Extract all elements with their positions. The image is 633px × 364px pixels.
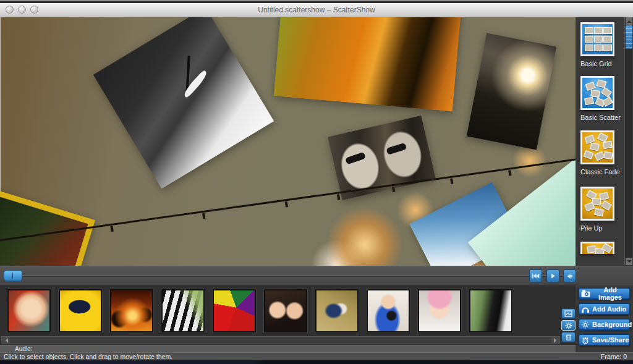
template-thumbnail bbox=[580, 187, 614, 221]
background-image-button[interactable] bbox=[561, 308, 576, 319]
scattershow-window: Untitled.scattershow – ScatterShow bbox=[0, 0, 633, 364]
light-bulb bbox=[508, 170, 511, 176]
add-images-label: Add Images bbox=[593, 286, 627, 301]
preview-canvas[interactable] bbox=[0, 17, 576, 266]
thumbnail-wedding-kiss[interactable] bbox=[469, 289, 512, 332]
template-label: Classic Fade bbox=[580, 168, 620, 176]
template-thumbnail bbox=[580, 22, 614, 56]
trash-icon bbox=[566, 334, 572, 341]
template-label: Basic Grid bbox=[580, 60, 614, 67]
image-tray bbox=[0, 286, 576, 345]
canvas-photo-bird[interactable] bbox=[93, 17, 274, 188]
scroll-down-arrow[interactable] bbox=[626, 258, 632, 265]
template-basic-scatter[interactable]: Basic Scatter bbox=[580, 76, 621, 121]
template-thumbnail bbox=[580, 242, 614, 254]
delete-button[interactable] bbox=[561, 332, 576, 342]
thumbnail-woman-camera[interactable] bbox=[367, 289, 410, 332]
mute-button[interactable] bbox=[563, 269, 576, 282]
camera-icon bbox=[581, 290, 590, 297]
template-basic-grid[interactable]: Basic Grid bbox=[580, 22, 614, 67]
light-bulb bbox=[202, 213, 205, 219]
light-bulb bbox=[337, 194, 340, 200]
thumbnail-child[interactable] bbox=[7, 289, 51, 332]
add-images-button[interactable]: Add Images bbox=[578, 287, 631, 300]
light-bulb bbox=[285, 201, 288, 207]
add-audio-button[interactable]: Add Audio bbox=[578, 303, 631, 315]
desktop-strip bbox=[0, 360, 633, 364]
image-icon bbox=[564, 310, 572, 317]
titlebar: Untitled.scattershow – ScatterShow bbox=[0, 3, 633, 17]
background-label: Save/Share bbox=[592, 336, 629, 344]
thumbnail-strip bbox=[7, 289, 512, 332]
timeline-track[interactable] bbox=[4, 276, 573, 276]
play-icon bbox=[550, 273, 556, 279]
template-panel: Basic Grid Basic Scatter bbox=[576, 17, 633, 266]
right-panel-gap bbox=[576, 266, 633, 286]
template-partial[interactable] bbox=[580, 242, 614, 254]
light-bulb bbox=[450, 178, 453, 184]
canvas-photo-autumn[interactable] bbox=[274, 17, 462, 111]
sun-icon bbox=[581, 321, 590, 329]
thumbnail-baby[interactable] bbox=[418, 289, 461, 332]
thumbnail-party[interactable] bbox=[110, 289, 153, 332]
template-pile-up[interactable]: Pile Up bbox=[580, 187, 614, 232]
status-hint: Click to select objects. Click and drag … bbox=[4, 353, 172, 360]
skip-to-start-button[interactable] bbox=[529, 269, 542, 282]
zoom-button[interactable] bbox=[30, 6, 38, 14]
action-button-panel: Add Images Add Audio Background Save/Sha… bbox=[576, 286, 633, 352]
light-bulb bbox=[111, 226, 114, 232]
timeline-scrubber-handle[interactable] bbox=[4, 270, 22, 281]
background-button[interactable]: Background bbox=[578, 318, 631, 331]
tray-mini-buttons bbox=[561, 308, 576, 342]
crown-face-icon bbox=[581, 336, 590, 344]
sunglasses-detail bbox=[345, 152, 366, 165]
template-label: Basic Scatter bbox=[580, 114, 621, 121]
frame-counter: Frame: 0 bbox=[601, 353, 627, 360]
thumbnail-sunflower[interactable] bbox=[59, 289, 102, 332]
template-classic-fade[interactable]: Classic Fade bbox=[580, 130, 620, 176]
sunglasses-detail bbox=[386, 143, 407, 155]
thumbnail-kite[interactable] bbox=[213, 289, 256, 332]
window-controls bbox=[6, 6, 38, 14]
scrollbar-thumb[interactable] bbox=[626, 25, 632, 49]
headphones-icon bbox=[581, 305, 590, 313]
template-scrollbar[interactable] bbox=[624, 17, 632, 266]
play-button[interactable] bbox=[546, 269, 559, 282]
thumbnail-zebra[interactable] bbox=[161, 289, 205, 332]
window-title: Untitled.scattershow – ScatterShow bbox=[258, 6, 375, 14]
speaker-icon bbox=[566, 273, 574, 280]
gear-icon bbox=[565, 322, 572, 329]
add-audio-label: Add Audio bbox=[592, 305, 626, 313]
scroll-right-arrow[interactable] bbox=[551, 337, 559, 343]
template-thumbnail bbox=[580, 76, 614, 110]
template-thumbnail bbox=[580, 130, 614, 164]
save-share-button[interactable]: Save/Share bbox=[578, 334, 631, 346]
thumbnail-two-women[interactable] bbox=[264, 289, 307, 332]
canvas-photo-sunset[interactable] bbox=[467, 33, 556, 150]
timeline-bar bbox=[0, 266, 576, 286]
status-bar: Click to select objects. Click and drag … bbox=[0, 352, 633, 360]
template-label: Pile Up bbox=[580, 224, 614, 232]
tray-horizontal-scrollbar[interactable] bbox=[1, 336, 560, 344]
audio-label: Audio: bbox=[15, 345, 32, 352]
skip-to-start-icon bbox=[532, 273, 540, 279]
minimize-button[interactable] bbox=[18, 6, 26, 14]
settings-button[interactable] bbox=[561, 320, 576, 331]
save-share-label: Background bbox=[592, 321, 632, 328]
scroll-left-arrow[interactable] bbox=[2, 337, 10, 343]
scroll-up-arrow[interactable] bbox=[626, 17, 632, 25]
close-button[interactable] bbox=[6, 6, 14, 14]
audio-bar: Audio: bbox=[0, 345, 576, 352]
thumbnail-couple-grass[interactable] bbox=[315, 289, 359, 332]
